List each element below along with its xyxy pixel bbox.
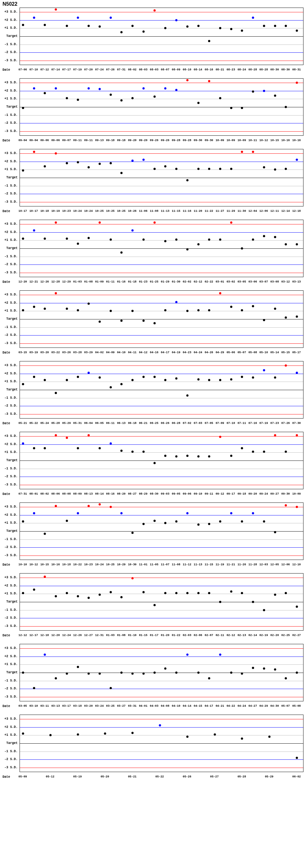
- x-tick-label: 04-19: [172, 351, 180, 354]
- x-tick-label: 06-18: [128, 422, 137, 425]
- data-point: [285, 504, 287, 506]
- x-tick-label: 10-25: [106, 210, 114, 213]
- data-point: [230, 455, 232, 457]
- grid-line: [20, 610, 303, 611]
- data-point: [230, 306, 232, 308]
- data-point: [208, 523, 210, 525]
- x-tick-label: 10-12: [29, 563, 38, 566]
- grid-line: [20, 515, 303, 516]
- data-point: [22, 383, 24, 385]
- x-tick-label: 06-25: [150, 422, 158, 425]
- grid-line: [20, 178, 303, 178]
- chart-panel: +3 S.D.+2 S.D.+1 S.D.Target-1 S.D.-2 S.D…: [2, 715, 304, 780]
- grid-line: [20, 461, 303, 461]
- x-tick-label: 05-21: [18, 422, 27, 425]
- x-axis-title: Date: [2, 563, 20, 567]
- data-point: [241, 247, 243, 250]
- data-point: [241, 151, 243, 153]
- data-point: [66, 592, 68, 594]
- x-tick-label: 10-25: [95, 210, 104, 213]
- grid-line: [20, 343, 303, 344]
- y-tick-label: -2 S.D.: [4, 616, 18, 620]
- x-tick-label: 03-12: [281, 280, 290, 283]
- grid-line: [20, 20, 303, 21]
- y-tick-label: -3 S.D.: [4, 766, 18, 769]
- data-point: [142, 30, 144, 32]
- data-point: [142, 376, 144, 378]
- x-tick-label: 09-20: [139, 139, 147, 142]
- data-point: [175, 167, 178, 170]
- x-tick-label: 05-29: [265, 775, 273, 778]
- grid-line: [20, 265, 303, 265]
- data-point: [208, 379, 210, 381]
- data-point: [66, 437, 68, 439]
- y-tick-label: +3 S.D.: [4, 717, 18, 720]
- data-point: [252, 238, 254, 241]
- data-point: [99, 503, 101, 506]
- data-point: [66, 238, 68, 240]
- x-tick-label: 07-06: [18, 68, 27, 71]
- x-tick-label: 10-15: [270, 139, 279, 142]
- grid-line: [20, 539, 303, 540]
- x-tick-label: 08-02: [40, 492, 49, 496]
- data-point: [88, 372, 90, 374]
- plot-area: [20, 7, 304, 65]
- x-axis-ticks: 12-1212-1712-1812-2012-2412-2612-2712-31…: [20, 634, 304, 638]
- x-tick-label: 09-18: [238, 492, 246, 496]
- x-axis-ticks: 03-1503-1903-2003-2203-2603-2803-2904-02…: [20, 351, 304, 355]
- data-point: [197, 102, 199, 104]
- x-axis-title: Date: [2, 634, 20, 638]
- x-tick-label: 05-22: [155, 775, 164, 778]
- grid-line: [20, 224, 303, 224]
- grid-line: [20, 760, 303, 760]
- x-tick-label: 07-19: [73, 68, 82, 71]
- x-tick-label: 05-10: [259, 351, 268, 354]
- data-point: [66, 162, 68, 164]
- y-tick-label: -3 S.D.: [4, 624, 18, 628]
- x-tick-label: 09-30: [194, 139, 202, 142]
- y-tick-label: -3 S.D.: [4, 59, 18, 62]
- data-point: [175, 521, 178, 523]
- x-tick-label: 05-08: [292, 705, 301, 708]
- x-tick-label: 10-24: [73, 210, 82, 213]
- x-tick-label: 09-20: [248, 492, 257, 496]
- x-tick-label: 01-29: [161, 280, 169, 283]
- data-point: [252, 666, 254, 669]
- data-point: [66, 307, 68, 310]
- x-tick-label: 04-21: [215, 705, 224, 708]
- data-point: [164, 668, 167, 670]
- data-point: [109, 17, 112, 19]
- x-tick-label: 02-02: [183, 280, 191, 283]
- data-point: [99, 447, 101, 450]
- data-point: [241, 376, 243, 378]
- x-tick-label: 03-17: [62, 705, 71, 708]
- x-tick-label: 05-24: [40, 422, 49, 425]
- y-tick-label: +3 S.D.: [4, 576, 18, 579]
- grid-line: [20, 719, 303, 719]
- x-tick-label: 08-16: [205, 68, 213, 71]
- data-point: [241, 737, 243, 740]
- x-tick-label: 07-05: [205, 422, 213, 425]
- y-tick-label: +2 S.D.: [4, 513, 18, 516]
- x-tick-label: 08-29: [139, 492, 147, 496]
- x-tick-label: 07-14: [52, 68, 60, 71]
- x-tick-label: 08-13: [84, 492, 93, 496]
- data-point: [121, 320, 123, 322]
- y-axis-labels: +3 S.D.+2 S.D.+1 S.D.Target-1 S.D.-2 S.D…: [2, 361, 20, 418]
- data-point: [33, 376, 35, 378]
- y-tick-label: -3 S.D.: [4, 412, 18, 416]
- x-tick-label: 11-29: [227, 210, 235, 213]
- y-tick-label: +3 S.D.: [4, 10, 18, 13]
- x-axis-title: Date: [2, 705, 20, 709]
- x-tick-label: 04-10: [117, 351, 126, 354]
- data-point: [208, 80, 210, 82]
- x-tick-label: 11-15: [205, 563, 213, 566]
- x-tick-label: 05-08: [248, 351, 257, 354]
- data-point: [186, 512, 188, 515]
- data-point: [252, 151, 254, 153]
- x-tick-label: 10-29: [117, 563, 126, 566]
- grid-line: [20, 273, 303, 273]
- chart-panel: +3 S.D.+2 S.D.+1 S.D.Target-1 S.D.-2 S.D…: [2, 78, 304, 143]
- data-point: [109, 162, 112, 164]
- y-tick-label: -2 S.D.: [4, 192, 18, 195]
